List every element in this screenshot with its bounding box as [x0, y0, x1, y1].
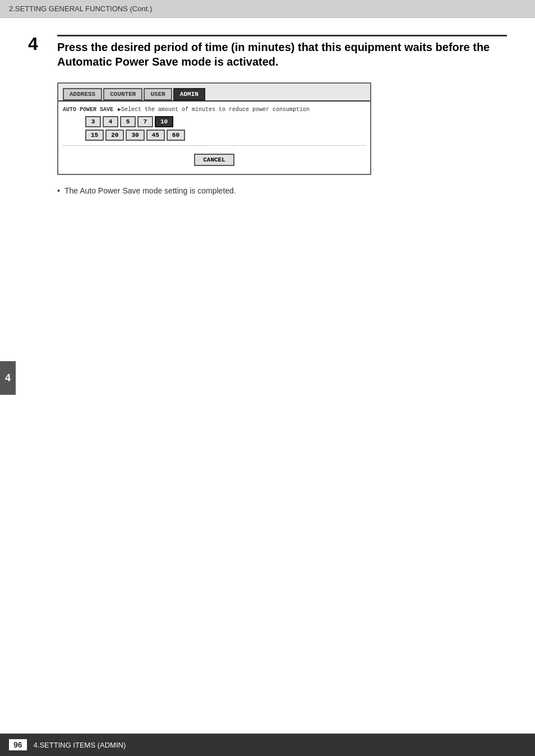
cancel-button[interactable]: CANCEL	[194, 154, 234, 166]
minute-btn-5[interactable]: 5	[120, 116, 136, 127]
minute-btn-15[interactable]: 15	[85, 130, 104, 141]
tab-user[interactable]: USER	[144, 88, 172, 100]
main-content: 4 Press the desired period of time (in m…	[0, 18, 535, 212]
step-section: 4 Press the desired period of time (in m…	[28, 35, 507, 69]
minute-btn-7[interactable]: 7	[137, 116, 153, 127]
screen-label-row: AUTO POWER SAVE ▶Select the amount of mi…	[63, 106, 366, 113]
minute-btn-10[interactable]: 10	[155, 116, 173, 127]
side-tab-number: 4	[0, 361, 16, 395]
minute-btn-30[interactable]: 30	[126, 130, 144, 141]
step-text: Press the desired period of time (in min…	[57, 35, 507, 69]
minute-btn-20[interactable]: 20	[105, 130, 124, 141]
footer-page-number: 96	[9, 739, 27, 750]
number-buttons-row-2: 15 20 30 45 60	[85, 130, 366, 141]
minute-btn-4[interactable]: 4	[103, 116, 118, 127]
page-header: 2.SETTING GENERAL FUNCTIONS (Cont.)	[0, 0, 535, 18]
minute-btn-3[interactable]: 3	[85, 116, 101, 127]
tab-admin[interactable]: ADMIN	[173, 88, 205, 100]
minute-btn-45[interactable]: 45	[146, 130, 165, 141]
screen-label: AUTO POWER SAVE	[63, 107, 113, 113]
step-number: 4	[28, 35, 48, 53]
minute-btn-60[interactable]: 60	[167, 130, 185, 141]
header-text: 2.SETTING GENERAL FUNCTIONS (Cont.)	[9, 4, 152, 13]
tab-address[interactable]: ADDRESS	[63, 88, 102, 100]
footer-section-text: 4.SETTING ITEMS (ADMIN)	[34, 741, 126, 749]
screen-body: AUTO POWER SAVE ▶Select the amount of mi…	[58, 102, 370, 174]
tabs-row: ADDRESS COUNTER USER ADMIN	[58, 84, 370, 102]
number-buttons-row-1: 3 4 5 7 10	[85, 116, 366, 127]
screen-divider	[63, 145, 366, 146]
completion-note: The Auto Power Save mode setting is comp…	[57, 186, 507, 195]
screen-instruction: ▶Select the amount of minutes to reduce …	[118, 106, 310, 113]
screen-mockup: ADDRESS COUNTER USER ADMIN AUTO POWER SA…	[57, 82, 371, 175]
cancel-area: CANCEL	[63, 150, 366, 169]
tab-counter[interactable]: COUNTER	[103, 88, 142, 100]
page-footer: 96 4.SETTING ITEMS (ADMIN)	[0, 734, 535, 756]
